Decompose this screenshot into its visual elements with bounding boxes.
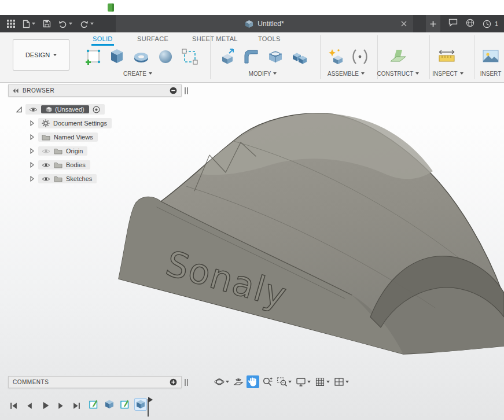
joint-button[interactable] — [348, 45, 371, 68]
panel-minimize-button[interactable] — [170, 87, 177, 94]
activate-component-icon[interactable] — [93, 106, 100, 113]
redo-button[interactable] — [80, 20, 94, 28]
comments-panel-grip[interactable] — [185, 379, 188, 386]
group-inspect[interactable]: INSPECT — [420, 69, 476, 78]
redo-icon — [80, 20, 89, 28]
zoom-button[interactable] — [261, 375, 274, 388]
tree-row-sketches[interactable]: Sketches — [8, 172, 97, 185]
root-document-badge[interactable]: (Unsaved) — [41, 105, 89, 113]
document-tab[interactable]: Untitled* — [116, 15, 413, 32]
step-back-button[interactable] — [25, 401, 34, 410]
sphere-icon — [156, 47, 175, 66]
add-comment-button[interactable] — [170, 378, 177, 386]
new-component-button[interactable] — [324, 45, 347, 68]
timeline-extrude-feature[interactable] — [104, 399, 115, 410]
file-menu-button[interactable] — [23, 20, 35, 28]
close-icon — [401, 21, 407, 27]
viewport-nav-toolbar — [213, 375, 350, 389]
group-modify[interactable]: MODIFY — [212, 69, 314, 78]
press-pull-button[interactable] — [215, 45, 238, 68]
sphere-button[interactable] — [154, 45, 177, 68]
save-button[interactable] — [43, 20, 51, 28]
orbit-button[interactable] — [213, 375, 230, 388]
orbit-icon — [214, 377, 225, 387]
timeline-sketch-feature[interactable] — [119, 399, 131, 410]
workspace-selector-button[interactable]: DESIGN — [13, 39, 69, 71]
collapse-panel-icon[interactable] — [13, 89, 19, 93]
insert-image-button[interactable] — [479, 45, 502, 68]
group-construct[interactable]: CONSTRUCT — [368, 69, 428, 78]
new-tab-button[interactable] — [426, 15, 440, 32]
tree-row-named-views[interactable]: Named Views — [8, 131, 98, 143]
expand-icon[interactable] — [29, 176, 35, 182]
expand-icon[interactable] — [29, 162, 35, 168]
construct-plane-button[interactable] — [387, 45, 410, 68]
zoom-window-button[interactable] — [275, 375, 293, 388]
play-icon — [41, 401, 50, 410]
document-tab-title: Untitled* — [257, 20, 284, 28]
primitive-box-button[interactable] — [178, 45, 201, 68]
browser-panel-grip[interactable] — [185, 87, 188, 94]
gear-icon — [42, 119, 50, 127]
grid-icon — [315, 377, 325, 387]
document-cube-icon — [245, 20, 253, 28]
viewports-button[interactable] — [333, 375, 350, 388]
go-to-end-button[interactable] — [72, 401, 81, 410]
create-sketch-button[interactable] — [81, 45, 104, 68]
expand-icon[interactable] — [29, 148, 35, 154]
undo-button[interactable] — [58, 20, 72, 28]
expand-icon[interactable] — [16, 106, 22, 113]
step-forward-button[interactable] — [57, 401, 65, 410]
grid-snaps-button[interactable] — [314, 375, 331, 388]
file-icon — [23, 20, 30, 28]
combine-icon — [290, 47, 309, 66]
fillet-button[interactable] — [240, 45, 263, 68]
browser-panel-header[interactable]: BROWSER — [8, 84, 182, 97]
tree-row-origin[interactable]: Origin — [8, 145, 87, 157]
joint-icon — [351, 47, 369, 66]
timeline-extrude-feature[interactable] — [135, 399, 146, 410]
expand-icon[interactable] — [29, 120, 35, 126]
revolve-button[interactable] — [130, 45, 153, 68]
group-insert[interactable]: INSERT — [473, 69, 504, 78]
folder-icon — [54, 175, 62, 182]
visibility-eye-icon[interactable] — [29, 106, 38, 113]
timeline-sketch-feature[interactable] — [88, 399, 100, 410]
top-strip — [0, 0, 504, 15]
root-document-label: (Unsaved) — [55, 106, 84, 113]
comments-panel-header[interactable]: COMMENTS — [8, 376, 182, 388]
pan-button[interactable] — [247, 375, 259, 388]
close-tab-button[interactable] — [400, 20, 407, 27]
job-status-button[interactable] — [483, 20, 491, 28]
timeline-position-marker[interactable] — [146, 397, 153, 418]
look-at-button[interactable] — [232, 375, 245, 388]
tree-row-root[interactable]: (Unsaved) — [8, 103, 105, 116]
help-button[interactable] — [466, 19, 474, 30]
skip-end-icon — [72, 401, 81, 410]
tab-tools[interactable]: TOOLS — [257, 34, 282, 44]
display-settings-button[interactable] — [295, 375, 312, 388]
visibility-eye-icon[interactable] — [42, 176, 50, 182]
comments-toggle-button[interactable] — [448, 19, 458, 29]
tab-sheet-metal[interactable]: SHEET METAL — [191, 34, 239, 44]
tab-surface[interactable]: SURFACE — [136, 34, 170, 44]
group-assemble[interactable]: ASSEMBLE — [317, 69, 375, 78]
tab-solid[interactable]: SOLID — [91, 34, 114, 46]
tree-row-document-settings[interactable]: Document Settings — [8, 117, 112, 130]
measure-ruler-icon — [437, 47, 456, 66]
combine-button[interactable] — [288, 45, 311, 68]
visibility-eye-off-icon[interactable] — [42, 148, 50, 154]
group-create[interactable]: CREATE — [75, 69, 200, 78]
play-button[interactable] — [41, 401, 50, 410]
shell-button[interactable] — [264, 45, 287, 68]
measure-button[interactable] — [435, 45, 458, 68]
go-to-start-button[interactable] — [9, 401, 18, 410]
insert-image-icon — [481, 47, 500, 66]
expand-icon[interactable] — [29, 134, 35, 140]
tree-item-label: Sketches — [66, 175, 92, 182]
tree-row-bodies[interactable]: Bodies — [8, 159, 90, 171]
extrude-button[interactable] — [105, 45, 128, 68]
visibility-eye-icon[interactable] — [42, 162, 50, 168]
zoom-icon — [262, 377, 273, 387]
app-grid-menu-button[interactable] — [7, 20, 15, 28]
